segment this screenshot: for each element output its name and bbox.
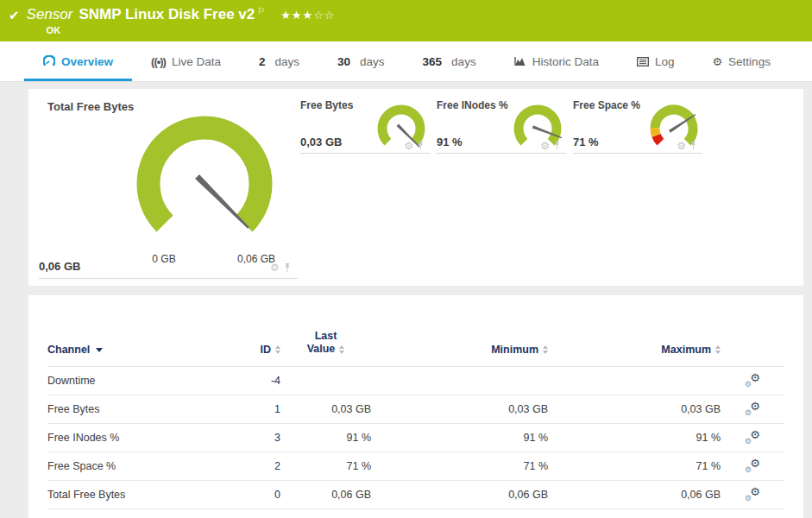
main-gauge-needle [195,174,250,230]
tab-bar: Overview ((•)) Live Data 2 days 30 days … [0,41,812,82]
channel-last-value: 71 % [280,452,371,481]
tab-365-days-number: 365 [423,55,443,68]
channel-table-body: Downtime -4 ⚙⚙ Free Bytes 1 0,03 GB 0,03… [47,367,784,509]
tab-settings[interactable]: ⚙ Settings [693,41,789,81]
gauges-panel: Total Free Bytes 0 GB 0,06 GB 0,06 GB ⚙ … [28,89,803,286]
table-row: Free Bytes 1 0,03 GB 0,03 GB 0,03 GB ⚙⚙ [47,395,784,424]
log-icon [637,57,649,66]
sort-arrows-icon [543,345,548,354]
gauge-gear-icon[interactable]: ⚙ [677,141,686,151]
gauge-pin-icon[interactable] [689,142,697,150]
channel-last-value [280,367,371,395]
priority-stars[interactable]: ★★★☆☆ [280,9,335,22]
small-gauge-free-space: Free Space % 71 % ⚙ [573,99,702,155]
channel-settings-gears-icon[interactable]: ⚙⚙ [745,430,760,444]
stars-filled: ★★★ [280,9,313,22]
small-gauge-free-inodes: Free INodes % 91 % ⚙ [437,99,566,155]
small-gauge-value: 0,03 GB [300,136,342,148]
column-header-maximum[interactable]: Maximum [548,295,721,367]
channel-name[interactable]: Free INodes % [47,424,207,452]
page-title: SNMP Linux Disk Free v2 [79,6,255,23]
status-badge: OK [47,25,336,35]
channel-minimum [371,367,548,395]
small-gauge-title: Free INodes % [437,99,508,111]
tab-live-data[interactable]: ((•)) Live Data [132,41,240,81]
stars-empty: ☆☆ [313,9,335,22]
gauge-underline [437,153,566,154]
channel-id: 1 [207,395,280,424]
channel-name[interactable]: Free Bytes [47,395,207,424]
gauge-icon [43,55,55,67]
column-header-actions [721,295,784,367]
channel-settings-gears-icon[interactable]: ⚙⚙ [745,487,760,501]
flag-icon[interactable]: ⚐ [257,6,265,16]
sort-arrows-icon [275,345,280,354]
main-gauge-value: 0,06 GB [39,260,80,273]
main-gauge [131,111,278,257]
channel-id: 3 [207,424,280,452]
tab-2-days[interactable]: 2 days [240,41,318,81]
channel-name[interactable]: Downtime [47,367,207,395]
channel-id: -4 [207,367,280,395]
tab-2-days-number: 2 [259,55,266,68]
channel-id: 2 [207,452,280,481]
channel-name[interactable]: Free Space % [47,452,207,481]
channel-last-value: 0,06 GB [280,481,371,509]
small-gauge-title: Free Bytes [300,99,353,111]
table-row: Free INodes % 3 91 % 91 % 91 % ⚙⚙ [47,424,784,452]
tab-30-days[interactable]: 30 days [318,41,404,81]
channel-last-value: 0,03 GB [280,395,371,424]
tab-365-days[interactable]: 365 days [404,41,495,81]
table-row: Total Free Bytes 0 0,06 GB 0,06 GB 0,06 … [47,481,784,509]
small-gauge-value: 71 % [573,136,599,148]
gauge-gear-icon[interactable]: ⚙ [540,141,550,151]
main-gauge-title: Total Free Bytes [47,100,134,113]
channel-maximum [548,367,721,395]
table-row: Downtime -4 ⚙⚙ [47,367,784,395]
small-gauge-value: 91 % [437,136,463,148]
historic-data-chart-icon [514,56,526,66]
channel-maximum: 0,06 GB [548,481,721,509]
live-data-icon: ((•)) [151,55,166,68]
tab-log[interactable]: Log [618,41,694,81]
channel-maximum: 71 % [548,452,721,481]
sort-arrows-icon [715,345,721,354]
tab-settings-label: Settings [728,55,771,68]
channel-minimum: 0,03 GB [371,395,548,424]
table-row: Free Space % 2 71 % 71 % 71 % ⚙⚙ [47,452,784,481]
sort-arrows-icon [339,345,344,354]
column-header-channel[interactable]: Channel [47,295,207,367]
tab-30-days-number: 30 [337,55,350,68]
channel-settings-gears-icon[interactable]: ⚙⚙ [745,401,760,415]
channel-minimum: 0,06 GB [371,481,548,509]
sensor-header: ✔ Sensor SNMP Linux Disk Free v2 ⚐ ★★★☆☆… [0,0,812,41]
gauge-pin-icon[interactable] [553,142,561,150]
sensor-kind-label: Sensor [27,6,73,23]
column-header-minimum[interactable]: Minimum [371,295,548,367]
tab-overview-label: Overview [61,55,113,68]
small-gauge-title: Free Space % [573,99,640,111]
tab-overview[interactable]: Overview [24,41,132,81]
status-ok-check-icon: ✔ [9,8,20,23]
gauge-gear-icon[interactable]: ⚙ [404,141,413,151]
tab-log-label: Log [655,55,675,68]
tab-365-days-label: days [451,55,476,68]
main-gauge-pin-icon[interactable] [283,263,292,273]
tab-live-data-label: Live Data [172,55,221,68]
channel-name[interactable]: Total Free Bytes [47,481,207,509]
channel-maximum: 91 % [548,424,721,452]
tab-historic-data[interactable]: Historic Data [495,41,618,81]
gauge-underline [573,153,702,154]
main-gauge-scale-min: 0 GB [138,253,190,265]
channel-maximum: 0,03 GB [548,395,721,424]
sort-active-caret-icon [96,348,103,352]
channels-panel: Channel ID Last Value [28,295,803,518]
gauge-underline [300,153,430,154]
channel-settings-gears-icon[interactable]: ⚙⚙ [745,373,760,387]
channel-settings-gears-icon[interactable]: ⚙⚙ [745,458,760,472]
gauge-pin-icon[interactable] [417,142,425,150]
column-header-last-value[interactable]: Last Value [280,295,371,367]
main-gauge-gear-icon[interactable]: ⚙ [270,262,280,273]
channel-last-value: 91 % [280,424,371,452]
column-header-id[interactable]: ID [207,295,280,367]
